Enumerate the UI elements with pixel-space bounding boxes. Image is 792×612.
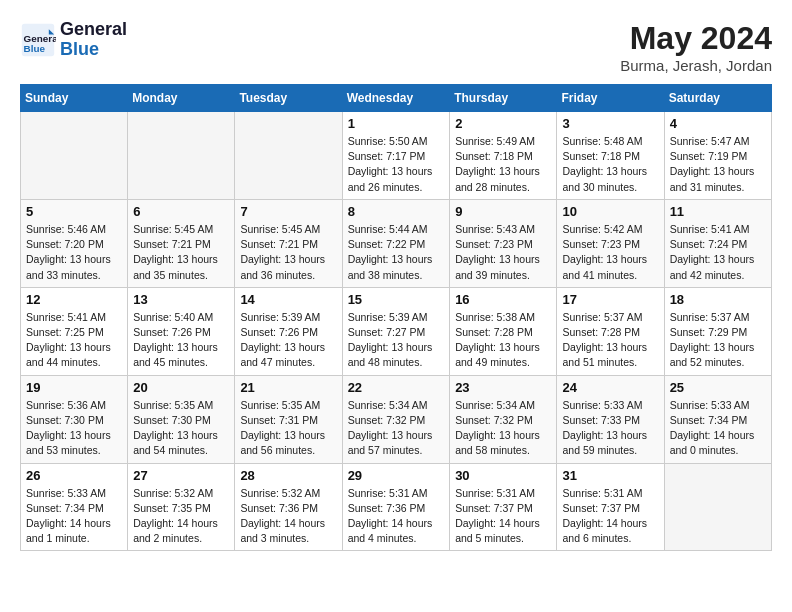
- day-number: 31: [562, 468, 658, 483]
- calendar-cell: 4Sunrise: 5:47 AM Sunset: 7:19 PM Daylig…: [664, 112, 771, 200]
- calendar-cell: 31Sunrise: 5:31 AM Sunset: 7:37 PM Dayli…: [557, 463, 664, 551]
- cell-info: Sunrise: 5:44 AM Sunset: 7:22 PM Dayligh…: [348, 222, 445, 283]
- cell-info: Sunrise: 5:35 AM Sunset: 7:31 PM Dayligh…: [240, 398, 336, 459]
- day-number: 18: [670, 292, 766, 307]
- cell-info: Sunrise: 5:34 AM Sunset: 7:32 PM Dayligh…: [455, 398, 551, 459]
- logo-icon: General Blue: [20, 22, 56, 58]
- col-header-sunday: Sunday: [21, 85, 128, 112]
- week-row-2: 12Sunrise: 5:41 AM Sunset: 7:25 PM Dayli…: [21, 287, 772, 375]
- day-number: 20: [133, 380, 229, 395]
- title-block: May 2024 Burma, Jerash, Jordan: [620, 20, 772, 74]
- header-row: SundayMondayTuesdayWednesdayThursdayFrid…: [21, 85, 772, 112]
- calendar-cell: 28Sunrise: 5:32 AM Sunset: 7:36 PM Dayli…: [235, 463, 342, 551]
- cell-info: Sunrise: 5:43 AM Sunset: 7:23 PM Dayligh…: [455, 222, 551, 283]
- cell-info: Sunrise: 5:38 AM Sunset: 7:28 PM Dayligh…: [455, 310, 551, 371]
- cell-info: Sunrise: 5:35 AM Sunset: 7:30 PM Dayligh…: [133, 398, 229, 459]
- cell-info: Sunrise: 5:41 AM Sunset: 7:25 PM Dayligh…: [26, 310, 122, 371]
- cell-info: Sunrise: 5:45 AM Sunset: 7:21 PM Dayligh…: [133, 222, 229, 283]
- calendar-cell: 20Sunrise: 5:35 AM Sunset: 7:30 PM Dayli…: [128, 375, 235, 463]
- calendar-cell: 10Sunrise: 5:42 AM Sunset: 7:23 PM Dayli…: [557, 199, 664, 287]
- cell-info: Sunrise: 5:33 AM Sunset: 7:34 PM Dayligh…: [26, 486, 122, 547]
- cell-info: Sunrise: 5:32 AM Sunset: 7:36 PM Dayligh…: [240, 486, 336, 547]
- cell-info: Sunrise: 5:47 AM Sunset: 7:19 PM Dayligh…: [670, 134, 766, 195]
- day-number: 14: [240, 292, 336, 307]
- day-number: 10: [562, 204, 658, 219]
- cell-info: Sunrise: 5:42 AM Sunset: 7:23 PM Dayligh…: [562, 222, 658, 283]
- cell-info: Sunrise: 5:37 AM Sunset: 7:28 PM Dayligh…: [562, 310, 658, 371]
- cell-info: Sunrise: 5:40 AM Sunset: 7:26 PM Dayligh…: [133, 310, 229, 371]
- calendar-cell: 23Sunrise: 5:34 AM Sunset: 7:32 PM Dayli…: [450, 375, 557, 463]
- day-number: 15: [348, 292, 445, 307]
- day-number: 9: [455, 204, 551, 219]
- day-number: 4: [670, 116, 766, 131]
- col-header-tuesday: Tuesday: [235, 85, 342, 112]
- calendar-cell: 27Sunrise: 5:32 AM Sunset: 7:35 PM Dayli…: [128, 463, 235, 551]
- calendar-cell: 17Sunrise: 5:37 AM Sunset: 7:28 PM Dayli…: [557, 287, 664, 375]
- calendar-cell: 29Sunrise: 5:31 AM Sunset: 7:36 PM Dayli…: [342, 463, 450, 551]
- day-number: 16: [455, 292, 551, 307]
- cell-info: Sunrise: 5:39 AM Sunset: 7:26 PM Dayligh…: [240, 310, 336, 371]
- calendar-cell: 24Sunrise: 5:33 AM Sunset: 7:33 PM Dayli…: [557, 375, 664, 463]
- page-header: General Blue General Blue May 2024 Burma…: [20, 20, 772, 74]
- day-number: 29: [348, 468, 445, 483]
- day-number: 19: [26, 380, 122, 395]
- col-header-saturday: Saturday: [664, 85, 771, 112]
- day-number: 25: [670, 380, 766, 395]
- calendar-cell: 16Sunrise: 5:38 AM Sunset: 7:28 PM Dayli…: [450, 287, 557, 375]
- day-number: 6: [133, 204, 229, 219]
- calendar-cell: 14Sunrise: 5:39 AM Sunset: 7:26 PM Dayli…: [235, 287, 342, 375]
- week-row-1: 5Sunrise: 5:46 AM Sunset: 7:20 PM Daylig…: [21, 199, 772, 287]
- cell-info: Sunrise: 5:46 AM Sunset: 7:20 PM Dayligh…: [26, 222, 122, 283]
- cell-info: Sunrise: 5:36 AM Sunset: 7:30 PM Dayligh…: [26, 398, 122, 459]
- week-row-3: 19Sunrise: 5:36 AM Sunset: 7:30 PM Dayli…: [21, 375, 772, 463]
- cell-info: Sunrise: 5:31 AM Sunset: 7:36 PM Dayligh…: [348, 486, 445, 547]
- col-header-thursday: Thursday: [450, 85, 557, 112]
- day-number: 8: [348, 204, 445, 219]
- col-header-monday: Monday: [128, 85, 235, 112]
- calendar-cell: 13Sunrise: 5:40 AM Sunset: 7:26 PM Dayli…: [128, 287, 235, 375]
- calendar-cell: 9Sunrise: 5:43 AM Sunset: 7:23 PM Daylig…: [450, 199, 557, 287]
- day-number: 17: [562, 292, 658, 307]
- cell-info: Sunrise: 5:32 AM Sunset: 7:35 PM Dayligh…: [133, 486, 229, 547]
- day-number: 22: [348, 380, 445, 395]
- logo-text: General Blue: [60, 20, 127, 60]
- day-number: 26: [26, 468, 122, 483]
- day-number: 5: [26, 204, 122, 219]
- cell-info: Sunrise: 5:50 AM Sunset: 7:17 PM Dayligh…: [348, 134, 445, 195]
- logo: General Blue General Blue: [20, 20, 127, 60]
- cell-info: Sunrise: 5:31 AM Sunset: 7:37 PM Dayligh…: [562, 486, 658, 547]
- calendar-cell: [235, 112, 342, 200]
- calendar-table: SundayMondayTuesdayWednesdayThursdayFrid…: [20, 84, 772, 551]
- day-number: 7: [240, 204, 336, 219]
- calendar-cell: 30Sunrise: 5:31 AM Sunset: 7:37 PM Dayli…: [450, 463, 557, 551]
- day-number: 30: [455, 468, 551, 483]
- day-number: 27: [133, 468, 229, 483]
- day-number: 13: [133, 292, 229, 307]
- calendar-cell: 6Sunrise: 5:45 AM Sunset: 7:21 PM Daylig…: [128, 199, 235, 287]
- calendar-cell: 5Sunrise: 5:46 AM Sunset: 7:20 PM Daylig…: [21, 199, 128, 287]
- cell-info: Sunrise: 5:45 AM Sunset: 7:21 PM Dayligh…: [240, 222, 336, 283]
- calendar-cell: 1Sunrise: 5:50 AM Sunset: 7:17 PM Daylig…: [342, 112, 450, 200]
- week-row-0: 1Sunrise: 5:50 AM Sunset: 7:17 PM Daylig…: [21, 112, 772, 200]
- calendar-cell: 2Sunrise: 5:49 AM Sunset: 7:18 PM Daylig…: [450, 112, 557, 200]
- calendar-cell: [128, 112, 235, 200]
- calendar-cell: 18Sunrise: 5:37 AM Sunset: 7:29 PM Dayli…: [664, 287, 771, 375]
- cell-info: Sunrise: 5:33 AM Sunset: 7:33 PM Dayligh…: [562, 398, 658, 459]
- month-title: May 2024: [620, 20, 772, 57]
- calendar-cell: 19Sunrise: 5:36 AM Sunset: 7:30 PM Dayli…: [21, 375, 128, 463]
- location: Burma, Jerash, Jordan: [620, 57, 772, 74]
- calendar-cell: 15Sunrise: 5:39 AM Sunset: 7:27 PM Dayli…: [342, 287, 450, 375]
- day-number: 21: [240, 380, 336, 395]
- cell-info: Sunrise: 5:31 AM Sunset: 7:37 PM Dayligh…: [455, 486, 551, 547]
- day-number: 24: [562, 380, 658, 395]
- day-number: 28: [240, 468, 336, 483]
- day-number: 11: [670, 204, 766, 219]
- cell-info: Sunrise: 5:33 AM Sunset: 7:34 PM Dayligh…: [670, 398, 766, 459]
- calendar-cell: 11Sunrise: 5:41 AM Sunset: 7:24 PM Dayli…: [664, 199, 771, 287]
- calendar-cell: 3Sunrise: 5:48 AM Sunset: 7:18 PM Daylig…: [557, 112, 664, 200]
- col-header-friday: Friday: [557, 85, 664, 112]
- calendar-cell: 26Sunrise: 5:33 AM Sunset: 7:34 PM Dayli…: [21, 463, 128, 551]
- cell-info: Sunrise: 5:41 AM Sunset: 7:24 PM Dayligh…: [670, 222, 766, 283]
- cell-info: Sunrise: 5:37 AM Sunset: 7:29 PM Dayligh…: [670, 310, 766, 371]
- cell-info: Sunrise: 5:34 AM Sunset: 7:32 PM Dayligh…: [348, 398, 445, 459]
